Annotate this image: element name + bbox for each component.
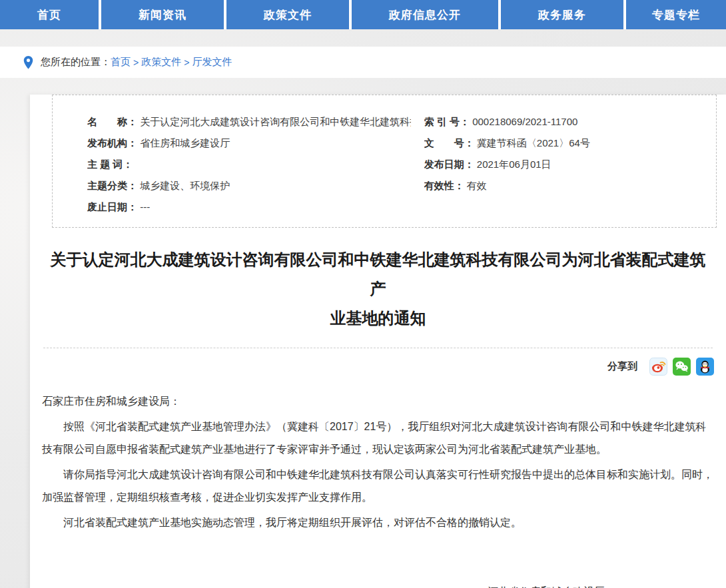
meta-value: 城乡建设、环境保护 [140,180,230,191]
salutation: 石家庄市住房和城乡建设局： [42,390,717,413]
meta-value: 2021年06月01日 [477,158,551,170]
page-title: 关于认定河北大成建筑设计咨询有限公司和中铁建华北建筑科技有限公司为河北省装配式建… [43,245,713,348]
meta-row-category: 主题分类： 城乡建设、环境保护 [87,175,411,196]
breadcrumb-separator: > [133,57,139,68]
top-navigation: 首页 新闻资讯 政策文件 政府信息公开 政务服务 专题专栏 [0,0,726,29]
nav-item-home[interactable]: 首页 [0,0,99,29]
meta-row-repeal-date: 废止日期： --- [87,196,411,218]
meta-row-issuer: 发布机构： 省住房和城乡建设厅 [87,133,411,154]
document-card: 名 称： 关于认定河北大成建筑设计咨询有限公司和中铁建华北建筑科技... 发布机… [30,95,726,588]
share-row: 分享到 [30,348,726,376]
meta-row-publish-date: 发布日期： 2021年06月01日 [424,154,709,175]
metadata-right-column: 索 引 号： 000218069/2021-11700 文 号： 冀建节科函〈2… [411,111,709,218]
meta-label: 名 称： [87,116,137,127]
nav-item-specials[interactable]: 专题专栏 [626,0,726,29]
breadcrumb-label: 您所在的位置： [41,56,111,69]
meta-label: 废止日期： [87,201,137,212]
article-body: 石家庄市住房和城乡建设局： 按照《河北省装配式建筑产业基地管理办法》（冀建科〔2… [30,376,726,534]
metadata-left-column: 名 称： 关于认定河北大成建筑设计咨询有限公司和中铁建华北建筑科技... 发布机… [87,111,411,218]
page-title-line-2: 业基地的通知 [330,309,426,327]
breadcrumb-link-home[interactable]: 首页 [111,56,131,69]
meta-value: 000218069/2021-11700 [472,116,577,127]
signature-block: 河北省住房和城乡建设厅 2021年6月1日 [446,581,646,588]
breadcrumb-link-dept-docs[interactable]: 厅发文件 [192,56,232,69]
weibo-share-icon[interactable] [649,358,667,376]
document-metadata-box: 名 称： 关于认定河北大成建筑设计咨询有限公司和中铁建华北建筑科技... 发布机… [52,95,717,228]
meta-value: 有效 [467,180,487,191]
meta-value: 省住房和城乡建设厅 [140,137,230,148]
meta-label: 发布机构： [87,137,137,148]
meta-row-validity: 有效性： 有效 [424,175,709,196]
breadcrumb-separator: > [184,57,189,68]
breadcrumb: 您所在的位置： 首页 > 政策文件 > 厅发文件 [0,47,726,78]
meta-label: 有效性： [424,180,464,191]
meta-value: 冀建节科函〈2021〉64号 [477,137,590,148]
nav-item-gov-info[interactable]: 政府信息公开 [352,0,498,29]
meta-value: --- [140,201,150,212]
meta-row-name: 名 称： 关于认定河北大成建筑设计咨询有限公司和中铁建华北建筑科技... [87,111,411,133]
qq-share-icon[interactable] [696,358,714,376]
paragraph-3: 河北省装配式建筑产业基地实施动态管理，我厅将定期组织开展评估，对评估不合格的撤销… [42,511,717,534]
meta-label: 发布日期： [424,158,474,170]
nav-item-policy[interactable]: 政策文件 [226,0,349,29]
meta-label: 主 题 词： [87,158,133,170]
signature-organization: 河北省住房和城乡建设厅 [446,581,646,588]
wechat-share-icon[interactable] [673,358,691,376]
meta-label: 文 号： [424,137,474,148]
meta-row-keywords: 主 题 词： [87,154,411,175]
meta-row-index-number: 索 引 号： 000218069/2021-11700 [424,111,709,133]
meta-label: 索 引 号： [424,116,470,127]
paragraph-1: 按照《河北省装配式建筑产业基地管理办法》（冀建科〔2017〕21号），我厅组织对… [42,416,717,461]
location-pin-icon [23,55,34,70]
paragraph-2: 请你局指导河北大成建筑设计咨询有限公司和中铁建华北建筑科技有限公司认真落实可行性… [42,463,717,509]
nav-item-news[interactable]: 新闻资讯 [101,0,224,29]
meta-row-doc-number: 文 号： 冀建节科函〈2021〉64号 [424,133,709,154]
nav-item-services[interactable]: 政务服务 [501,0,623,29]
meta-value: 关于认定河北大成建筑设计咨询有限公司和中铁建华北建筑科技... [140,116,411,127]
meta-label: 主题分类： [87,180,137,191]
share-label: 分享到 [607,360,637,373]
page-title-line-1: 关于认定河北大成建筑设计咨询有限公司和中铁建华北建筑科技有限公司为河北省装配式建… [51,250,706,298]
breadcrumb-link-policy[interactable]: 政策文件 [141,56,181,69]
